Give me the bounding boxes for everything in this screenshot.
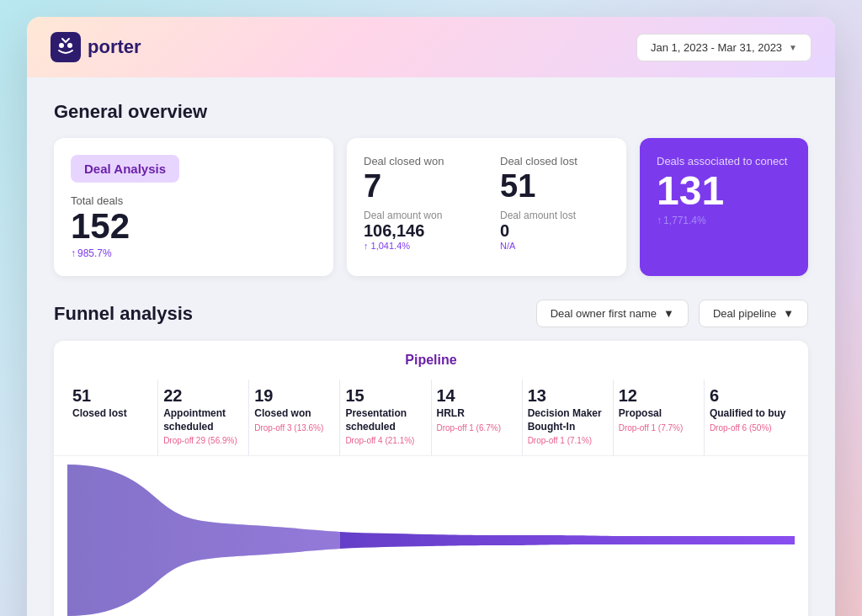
stage-dropoff: Drop-off 6 (50%) xyxy=(710,423,790,433)
won-col: Deal closed won 7 Deal amount won 106,14… xyxy=(364,155,473,251)
stage-count: 13 xyxy=(528,386,608,406)
svg-point-2 xyxy=(67,43,72,48)
funnel-stage: 6Qualified to buyDrop-off 6 (50%) xyxy=(705,380,795,455)
date-picker[interactable]: Jan 1, 2023 - Mar 31, 2023 ▼ xyxy=(636,34,811,61)
svg-rect-0 xyxy=(51,32,81,62)
funnel-stage: 19Closed wonDrop-off 3 (13.6%) xyxy=(249,380,340,455)
stage-dropoff: Drop-off 1 (7.1%) xyxy=(528,436,608,445)
general-overview-title: General overview xyxy=(54,101,808,123)
deal-pipeline-chevron-icon: ▼ xyxy=(783,307,794,320)
total-deals-label: Total deals xyxy=(71,194,317,207)
stage-name: Closed won xyxy=(254,407,334,421)
deal-amount-lost-sub: N/A xyxy=(500,241,609,251)
deal-owner-chevron-icon: ▼ xyxy=(663,307,674,320)
logo: porter xyxy=(51,32,141,62)
funnel-chart xyxy=(54,456,808,616)
stage-count: 51 xyxy=(72,386,152,406)
stats-section: Deal closed won 7 Deal amount won 106,14… xyxy=(364,155,609,251)
chevron-down-icon: ▼ xyxy=(789,43,797,52)
deal-owner-dropdown-label: Deal owner first name xyxy=(551,307,657,320)
lost-col: Deal closed lost 51 Deal amount lost 0 N… xyxy=(500,155,609,251)
deal-owner-dropdown[interactable]: Deal owner first name ▼ xyxy=(536,300,689,327)
deals-won-lost-card: Deal closed won 7 Deal amount won 106,14… xyxy=(347,138,626,276)
stage-name: Proposal xyxy=(619,407,699,421)
funnel-stage: 14HRLRDrop-off 1 (6.7%) xyxy=(432,380,523,455)
deals-associated-card: Deals associated to conect 131 ↑ 1,771.4… xyxy=(640,138,808,276)
funnel-stage: 12ProposalDrop-off 1 (7.7%) xyxy=(614,380,705,455)
funnel-analysis-title: Funnel analysis xyxy=(54,303,193,325)
header: porter Jan 1, 2023 - Mar 31, 2023 ▼ xyxy=(27,17,835,77)
total-deals-growth: ↑ 985.7% xyxy=(71,247,317,259)
deal-closed-won-value: 7 xyxy=(364,169,473,204)
stage-dropoff: Drop-off 1 (6.7%) xyxy=(437,423,517,433)
stage-dropoff: Drop-off 4 (21.1%) xyxy=(345,436,425,445)
deals-associated-value: 131 xyxy=(657,171,791,211)
stage-name: HRLR xyxy=(437,407,517,421)
won-growth-arrow-icon: ↑ xyxy=(364,241,369,251)
funnel-stage: 15Presentation scheduledDrop-off 4 (21.1… xyxy=(340,380,431,455)
deal-amount-lost-label: Deal amount lost xyxy=(500,210,609,221)
funnel-header: Funnel analysis Deal owner first name ▼ … xyxy=(54,300,808,327)
logo-text: porter xyxy=(88,36,141,58)
growth-arrow-icon: ↑ xyxy=(71,247,76,259)
deal-closed-won-label: Deal closed won xyxy=(364,155,473,167)
deal-pipeline-dropdown-label: Deal pipeline xyxy=(713,307,776,320)
stage-count: 6 xyxy=(710,386,790,406)
deal-closed-lost-value: 51 xyxy=(500,169,609,204)
stage-name: Closed lost xyxy=(72,407,152,421)
main-content: General overview Deal Analysis Total dea… xyxy=(27,77,835,616)
stage-dropoff: Drop-off 3 (13.6%) xyxy=(254,423,334,433)
deal-analysis-card: Deal Analysis Total deals 152 ↑ 985.7% xyxy=(54,138,333,276)
deal-closed-lost-label: Deal closed lost xyxy=(500,155,609,167)
total-deals-value: 152 xyxy=(71,209,317,244)
stage-count: 14 xyxy=(437,386,517,406)
stage-count: 19 xyxy=(254,386,334,406)
stage-dropoff: Drop-off 1 (7.7%) xyxy=(619,423,699,433)
stage-name: Qualified to buy xyxy=(710,407,790,421)
funnel-stages: 51Closed lost22Appointment scheduledDrop… xyxy=(54,380,808,456)
deal-analysis-tab[interactable]: Deal Analysis xyxy=(71,155,179,183)
filter-dropdowns: Deal owner first name ▼ Deal pipeline ▼ xyxy=(536,300,808,327)
stage-name: Decision Maker Bought-In xyxy=(528,407,608,433)
stage-count: 12 xyxy=(619,386,699,406)
funnel-card: Pipeline 51Closed lost22Appointment sche… xyxy=(54,341,808,616)
pipeline-title: Pipeline xyxy=(54,341,808,380)
deal-amount-won-growth: ↑ 1,041.4% xyxy=(364,241,473,251)
stage-count: 15 xyxy=(345,386,425,406)
stage-count: 22 xyxy=(163,386,243,406)
deal-pipeline-dropdown[interactable]: Deal pipeline ▼ xyxy=(699,300,808,327)
logo-icon xyxy=(51,32,81,62)
deals-associated-label: Deals associated to conect xyxy=(657,155,791,167)
assoc-growth-arrow-icon: ↑ xyxy=(657,215,662,226)
funnel-svg xyxy=(67,456,795,616)
deals-associated-growth: ↑ 1,771.4% xyxy=(657,215,791,226)
stage-dropoff: Drop-off 29 (56.9%) xyxy=(163,436,243,445)
funnel-stage: 51Closed lost xyxy=(67,380,158,455)
deal-amount-won-value: 106,146 xyxy=(364,221,473,241)
stage-name: Presentation scheduled xyxy=(345,407,425,433)
svg-point-1 xyxy=(59,43,64,48)
date-range-text: Jan 1, 2023 - Mar 31, 2023 xyxy=(651,41,782,54)
overview-cards: Deal Analysis Total deals 152 ↑ 985.7% D… xyxy=(54,138,808,276)
stage-name: Appointment scheduled xyxy=(163,407,243,433)
deal-amount-lost-value: 0 xyxy=(500,221,609,241)
funnel-stage: 13Decision Maker Bought-InDrop-off 1 (7.… xyxy=(523,380,614,455)
app-window: porter Jan 1, 2023 - Mar 31, 2023 ▼ Gene… xyxy=(27,17,835,616)
deal-amount-won-label: Deal amount won xyxy=(364,210,473,221)
funnel-stage: 22Appointment scheduledDrop-off 29 (56.9… xyxy=(158,380,249,455)
